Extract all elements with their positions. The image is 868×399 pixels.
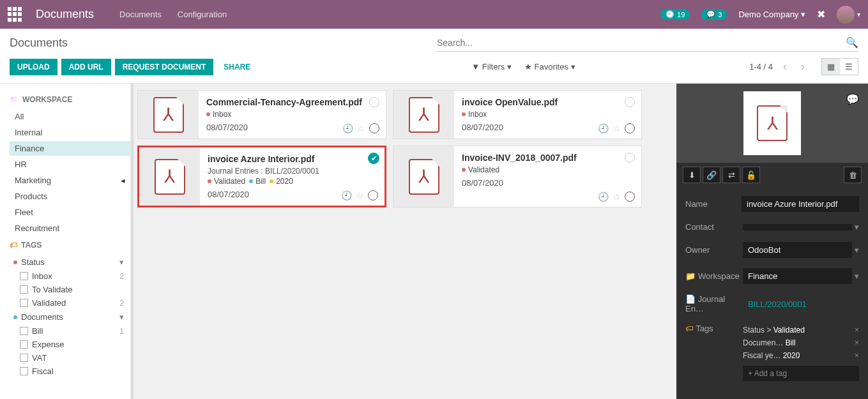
message-badge[interactable]: 💬 3	[701, 9, 727, 20]
card-date: 08/07/2020	[462, 178, 634, 188]
journal-link[interactable]: BILL/2020/0001	[743, 296, 859, 312]
clock-icon[interactable]: 🕘	[341, 190, 352, 200]
document-card-selected[interactable]: ⅄ ✔ invoice Azure Interior.pdf Journal E…	[137, 146, 386, 207]
tag-chip: Status > Validated×	[743, 324, 859, 336]
apps-icon[interactable]	[8, 7, 23, 22]
remove-tag[interactable]: ×	[855, 351, 859, 360]
tag-to-validate[interactable]: To Validate	[20, 283, 130, 296]
pdf-icon: ⅄	[155, 159, 185, 195]
contact-select[interactable]	[743, 224, 852, 230]
preview-pdf-icon: ⅄	[757, 105, 788, 141]
pdf-icon: ⅄	[409, 159, 439, 195]
workspace-marketing[interactable]: Marketing	[10, 173, 130, 188]
workspace-select[interactable]: Finance	[743, 268, 852, 284]
owner-select[interactable]: OdooBot	[743, 242, 852, 258]
pdf-icon: ⅄	[409, 97, 439, 133]
face-icon[interactable]	[625, 192, 635, 202]
share-button[interactable]: 🔗	[703, 167, 720, 183]
add-url-button[interactable]: ADD URL	[61, 59, 111, 75]
download-button[interactable]: ⬇	[683, 167, 701, 183]
pager-next[interactable]: ›	[797, 60, 809, 73]
workspace-fleet[interactable]: Fleet	[10, 205, 130, 220]
star-icon[interactable]: ☆	[613, 123, 621, 133]
workspace-all[interactable]: All	[10, 109, 130, 124]
company-switcher[interactable]: Demo Company ▾	[738, 10, 805, 19]
delete-button[interactable]: 🗑	[844, 167, 862, 183]
star-icon[interactable]: ☆	[356, 190, 364, 200]
debug-icon[interactable]: ✖	[817, 8, 825, 20]
star-icon[interactable]: ☆	[613, 192, 621, 202]
workspace-products[interactable]: Products	[10, 189, 130, 204]
card-title: invoice OpenValue.pdf	[462, 97, 634, 107]
card-title: Commercial-Tenancy-Agreement.pdf	[206, 97, 378, 107]
user-menu[interactable]: ▾	[837, 6, 860, 24]
card-title: invoice Azure Interior.pdf	[208, 154, 377, 164]
clock-icon[interactable]: 🕘	[598, 123, 609, 133]
share-link[interactable]: SHARE	[224, 63, 250, 72]
face-icon[interactable]	[369, 123, 379, 133]
workspace-internal[interactable]: Internal	[10, 125, 130, 140]
nav-documents[interactable]: Documents	[119, 10, 162, 19]
tags-header: 🏷TAGS	[10, 241, 130, 250]
card-subtitle: Journal Entries : BILL/2020/0001	[208, 167, 377, 176]
search-icon[interactable]: 🔍	[846, 36, 858, 49]
workspace-hr[interactable]: HR	[10, 157, 130, 172]
pdf-icon: ⅄	[153, 97, 184, 133]
tag-vat[interactable]: VAT	[20, 351, 130, 365]
tag-chip: Documen… Bill×	[743, 336, 859, 349]
tag-validated[interactable]: Validated2	[20, 296, 130, 310]
page-title: Documents	[10, 36, 68, 50]
view-kanban[interactable]: ▦	[822, 59, 840, 75]
document-card[interactable]: ⅄ Invoice-INV_2018_0007.pdf Validated 08…	[393, 146, 642, 207]
pager-prev[interactable]: ‹	[779, 60, 791, 73]
avatar-icon	[837, 6, 855, 24]
document-card[interactable]: ⅄ Commercial-Tenancy-Agreement.pdf Inbox…	[137, 90, 386, 139]
sidebar-resize-handle[interactable]	[131, 84, 133, 399]
nav-configuration[interactable]: Configuration	[178, 10, 227, 19]
select-circle[interactable]	[369, 97, 379, 107]
pager-text: 1-4 / 4	[749, 62, 773, 72]
tag-group-documents[interactable]: Documents▾	[10, 310, 130, 324]
chatter-icon[interactable]: 💬	[841, 87, 864, 110]
tag-inbox[interactable]: Inbox2	[20, 269, 130, 283]
request-document-button[interactable]: REQUEST DOCUMENT	[115, 59, 214, 75]
lock-button[interactable]: 🔓	[742, 167, 760, 183]
add-tag-input[interactable]: + Add a tag	[743, 366, 859, 381]
view-list[interactable]: ☰	[840, 59, 858, 75]
select-circle[interactable]	[625, 153, 635, 163]
tag-chip: Fiscal ye… 2020×	[743, 349, 859, 362]
face-icon[interactable]	[368, 190, 378, 200]
remove-tag[interactable]: ×	[855, 326, 859, 335]
activity-badge[interactable]: 🕘 19	[660, 9, 690, 20]
tag-group-status[interactable]: Status▾	[10, 255, 130, 269]
tag-bill[interactable]: Bill1	[20, 324, 130, 338]
remove-tag[interactable]: ×	[855, 338, 859, 347]
card-title: Invoice-INV_2018_0007.pdf	[462, 153, 634, 163]
workspace-header: WORKSPACE	[10, 95, 130, 104]
star-icon[interactable]: ☆	[357, 123, 365, 133]
replace-button[interactable]: ⇄	[722, 167, 740, 183]
select-circle[interactable]	[625, 97, 635, 107]
app-title: Documents	[36, 8, 94, 21]
upload-button[interactable]: UPLOAD	[10, 59, 57, 75]
search-input[interactable]	[437, 38, 846, 48]
favorites-dropdown[interactable]: ★ Favorites ▾	[524, 62, 575, 72]
workspace-finance[interactable]: Finance	[10, 141, 130, 156]
face-icon[interactable]	[625, 123, 635, 133]
tag-expense[interactable]: Expense	[20, 338, 130, 351]
document-card[interactable]: ⅄ invoice OpenValue.pdf Inbox 08/07/2020…	[393, 90, 642, 139]
filters-dropdown[interactable]: ▼ Filters ▾	[471, 62, 512, 72]
clock-icon[interactable]: 🕘	[598, 192, 609, 202]
selected-check-icon[interactable]: ✔	[368, 153, 379, 164]
search-box[interactable]: 🔍	[437, 34, 858, 52]
name-input[interactable]	[742, 196, 859, 212]
clock-icon[interactable]: 🕘	[342, 123, 353, 133]
workspace-recruitment[interactable]: Recruitment	[10, 221, 130, 236]
tag-fiscal[interactable]: Fiscal	[20, 365, 130, 378]
